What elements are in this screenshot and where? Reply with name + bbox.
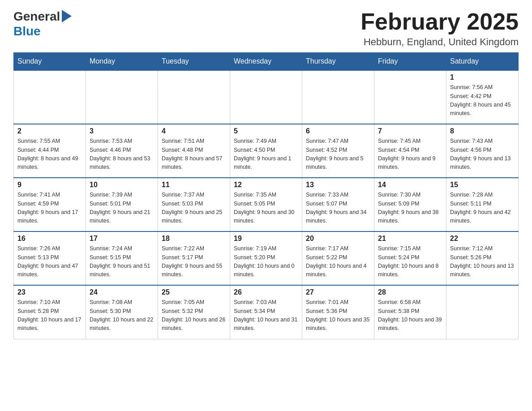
day-number: 23 bbox=[17, 288, 82, 296]
day-info: Sunrise: 7:22 AMSunset: 5:17 PMDaylight:… bbox=[162, 244, 226, 279]
calendar-table: SundayMondayTuesdayWednesdayThursdayFrid… bbox=[13, 52, 519, 339]
calendar-day-cell: 13Sunrise: 7:33 AMSunset: 5:07 PMDayligh… bbox=[302, 178, 374, 231]
calendar-day-cell: 17Sunrise: 7:24 AMSunset: 5:15 PMDayligh… bbox=[86, 231, 158, 285]
day-info: Sunrise: 7:37 AMSunset: 5:03 PMDaylight:… bbox=[162, 191, 226, 226]
day-info: Sunrise: 7:41 AMSunset: 4:59 PMDaylight:… bbox=[17, 191, 82, 226]
day-info: Sunrise: 7:47 AMSunset: 4:52 PMDaylight:… bbox=[306, 137, 370, 172]
calendar-header-wednesday: Wednesday bbox=[230, 53, 302, 71]
day-number: 14 bbox=[378, 181, 442, 189]
calendar-day-cell: 19Sunrise: 7:19 AMSunset: 5:20 PMDayligh… bbox=[230, 231, 302, 285]
page-header: General Blue February 2025 Hebburn, Engl… bbox=[13, 9, 519, 48]
calendar-day-cell: 5Sunrise: 7:49 AMSunset: 4:50 PMDaylight… bbox=[230, 124, 302, 178]
day-info: Sunrise: 7:53 AMSunset: 4:46 PMDaylight:… bbox=[90, 137, 154, 172]
location-title: Hebburn, England, United Kingdom bbox=[360, 36, 519, 48]
calendar-day-cell: 4Sunrise: 7:51 AMSunset: 4:48 PMDaylight… bbox=[158, 124, 230, 178]
day-info: Sunrise: 7:39 AMSunset: 5:01 PMDaylight:… bbox=[90, 191, 154, 226]
day-info: Sunrise: 7:30 AMSunset: 5:09 PMDaylight:… bbox=[378, 191, 442, 226]
day-info: Sunrise: 7:15 AMSunset: 5:24 PMDaylight:… bbox=[378, 244, 442, 279]
day-info: Sunrise: 7:26 AMSunset: 5:13 PMDaylight:… bbox=[17, 244, 82, 279]
calendar-day-cell: 11Sunrise: 7:37 AMSunset: 5:03 PMDayligh… bbox=[158, 178, 230, 231]
day-number: 18 bbox=[162, 235, 226, 243]
calendar-header-row: SundayMondayTuesdayWednesdayThursdayFrid… bbox=[14, 53, 519, 71]
day-number: 7 bbox=[378, 127, 442, 135]
day-info: Sunrise: 7:43 AMSunset: 4:56 PMDaylight:… bbox=[450, 137, 515, 172]
calendar-header-sunday: Sunday bbox=[14, 53, 86, 71]
calendar-day-cell: 7Sunrise: 7:45 AMSunset: 4:54 PMDaylight… bbox=[374, 124, 446, 178]
calendar-day-cell: 26Sunrise: 7:03 AMSunset: 5:34 PMDayligh… bbox=[230, 285, 302, 339]
day-number: 22 bbox=[450, 235, 515, 243]
title-block: February 2025 Hebburn, England, United K… bbox=[360, 9, 519, 48]
day-number: 2 bbox=[17, 127, 82, 135]
month-title: February 2025 bbox=[360, 9, 519, 34]
calendar-day-cell: 15Sunrise: 7:28 AMSunset: 5:11 PMDayligh… bbox=[446, 178, 519, 231]
day-info: Sunrise: 7:51 AMSunset: 4:48 PMDaylight:… bbox=[162, 137, 226, 172]
day-info: Sunrise: 7:28 AMSunset: 5:11 PMDaylight:… bbox=[450, 191, 515, 226]
day-number: 16 bbox=[17, 235, 82, 243]
calendar-day-cell bbox=[86, 70, 158, 124]
day-info: Sunrise: 7:55 AMSunset: 4:44 PMDaylight:… bbox=[17, 137, 82, 172]
day-number: 19 bbox=[234, 235, 298, 243]
calendar-day-cell: 25Sunrise: 7:05 AMSunset: 5:32 PMDayligh… bbox=[158, 285, 230, 339]
calendar-day-cell bbox=[302, 70, 374, 124]
calendar-day-cell: 28Sunrise: 6:58 AMSunset: 5:38 PMDayligh… bbox=[374, 285, 446, 339]
day-info: Sunrise: 7:19 AMSunset: 5:20 PMDaylight:… bbox=[234, 244, 298, 279]
calendar-day-cell: 1Sunrise: 7:56 AMSunset: 4:42 PMDaylight… bbox=[446, 70, 519, 124]
day-number: 17 bbox=[90, 235, 154, 243]
calendar-day-cell bbox=[230, 70, 302, 124]
logo: General Blue bbox=[13, 9, 72, 39]
day-info: Sunrise: 7:56 AMSunset: 4:42 PMDaylight:… bbox=[450, 83, 515, 118]
calendar-day-cell: 3Sunrise: 7:53 AMSunset: 4:46 PMDaylight… bbox=[86, 124, 158, 178]
calendar-day-cell: 24Sunrise: 7:08 AMSunset: 5:30 PMDayligh… bbox=[86, 285, 158, 339]
day-info: Sunrise: 7:45 AMSunset: 4:54 PMDaylight:… bbox=[378, 137, 442, 172]
svg-marker-0 bbox=[62, 10, 72, 22]
calendar-day-cell bbox=[446, 285, 519, 339]
day-info: Sunrise: 7:03 AMSunset: 5:34 PMDaylight:… bbox=[234, 298, 298, 333]
day-info: Sunrise: 7:05 AMSunset: 5:32 PMDaylight:… bbox=[162, 298, 226, 333]
calendar-day-cell: 12Sunrise: 7:35 AMSunset: 5:05 PMDayligh… bbox=[230, 178, 302, 231]
day-info: Sunrise: 7:08 AMSunset: 5:30 PMDaylight:… bbox=[90, 298, 154, 333]
logo-triangle-icon bbox=[62, 10, 72, 22]
day-info: Sunrise: 7:35 AMSunset: 5:05 PMDaylight:… bbox=[234, 191, 298, 226]
calendar-week-row: 23Sunrise: 7:10 AMSunset: 5:28 PMDayligh… bbox=[14, 285, 519, 339]
calendar-header-saturday: Saturday bbox=[446, 53, 519, 71]
calendar-day-cell: 27Sunrise: 7:01 AMSunset: 5:36 PMDayligh… bbox=[302, 285, 374, 339]
day-number: 9 bbox=[17, 181, 82, 189]
logo-general: General bbox=[13, 9, 60, 24]
day-number: 11 bbox=[162, 181, 226, 189]
calendar-header-tuesday: Tuesday bbox=[158, 53, 230, 71]
day-info: Sunrise: 7:12 AMSunset: 5:26 PMDaylight:… bbox=[450, 244, 515, 279]
day-number: 13 bbox=[306, 181, 370, 189]
calendar-day-cell bbox=[374, 70, 446, 124]
calendar-day-cell: 6Sunrise: 7:47 AMSunset: 4:52 PMDaylight… bbox=[302, 124, 374, 178]
calendar-day-cell: 9Sunrise: 7:41 AMSunset: 4:59 PMDaylight… bbox=[14, 178, 86, 231]
calendar-week-row: 9Sunrise: 7:41 AMSunset: 4:59 PMDaylight… bbox=[14, 178, 519, 231]
day-number: 3 bbox=[90, 127, 154, 135]
day-number: 27 bbox=[306, 288, 370, 296]
calendar-day-cell: 16Sunrise: 7:26 AMSunset: 5:13 PMDayligh… bbox=[14, 231, 86, 285]
day-info: Sunrise: 7:01 AMSunset: 5:36 PMDaylight:… bbox=[306, 298, 370, 333]
day-info: Sunrise: 7:33 AMSunset: 5:07 PMDaylight:… bbox=[306, 191, 370, 226]
day-number: 28 bbox=[378, 288, 442, 296]
day-number: 24 bbox=[90, 288, 154, 296]
day-info: Sunrise: 7:17 AMSunset: 5:22 PMDaylight:… bbox=[306, 244, 370, 279]
calendar-day-cell: 23Sunrise: 7:10 AMSunset: 5:28 PMDayligh… bbox=[14, 285, 86, 339]
logo-blue: Blue bbox=[13, 24, 41, 39]
day-number: 26 bbox=[234, 288, 298, 296]
calendar-week-row: 16Sunrise: 7:26 AMSunset: 5:13 PMDayligh… bbox=[14, 231, 519, 285]
day-info: Sunrise: 6:58 AMSunset: 5:38 PMDaylight:… bbox=[378, 298, 442, 333]
day-number: 15 bbox=[450, 181, 515, 189]
calendar-day-cell bbox=[158, 70, 230, 124]
day-number: 10 bbox=[90, 181, 154, 189]
day-info: Sunrise: 7:24 AMSunset: 5:15 PMDaylight:… bbox=[90, 244, 154, 279]
day-info: Sunrise: 7:49 AMSunset: 4:50 PMDaylight:… bbox=[234, 137, 298, 172]
calendar-day-cell: 21Sunrise: 7:15 AMSunset: 5:24 PMDayligh… bbox=[374, 231, 446, 285]
calendar-header-thursday: Thursday bbox=[302, 53, 374, 71]
day-info: Sunrise: 7:10 AMSunset: 5:28 PMDaylight:… bbox=[17, 298, 82, 333]
day-number: 5 bbox=[234, 127, 298, 135]
calendar-day-cell: 18Sunrise: 7:22 AMSunset: 5:17 PMDayligh… bbox=[158, 231, 230, 285]
day-number: 12 bbox=[234, 181, 298, 189]
calendar-day-cell bbox=[14, 70, 86, 124]
day-number: 1 bbox=[450, 73, 515, 81]
calendar-day-cell: 8Sunrise: 7:43 AMSunset: 4:56 PMDaylight… bbox=[446, 124, 519, 178]
calendar-day-cell: 2Sunrise: 7:55 AMSunset: 4:44 PMDaylight… bbox=[14, 124, 86, 178]
